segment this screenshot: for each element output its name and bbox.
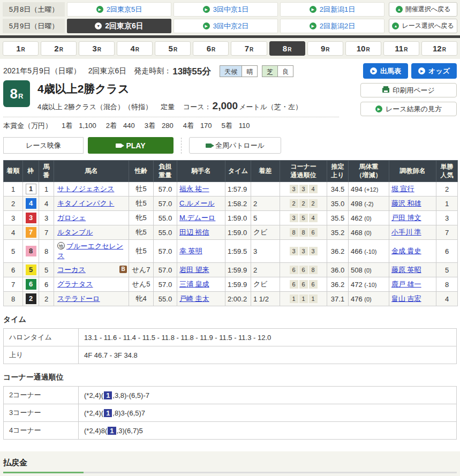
horse-name-link[interactable]: サトノジェネシス: [57, 185, 114, 193]
horse-name-link[interactable]: コーカス: [57, 266, 86, 274]
margin: 5: [251, 211, 280, 225]
race-tab-10r[interactable]: 10R: [345, 41, 381, 56]
payout-section: 払戻金 単勝1280円2番人気複勝1120円2番人気4110円1番人気3130円…: [0, 451, 460, 476]
patrol-label: 全周パトロール: [215, 141, 265, 150]
corner-position-box: 6: [309, 280, 318, 289]
result-row: 477ルタンブル牝555.0田辺 裕信1:59.0クビ88635.2468 (0…: [4, 225, 458, 240]
jockey-link[interactable]: 田辺 裕信: [179, 228, 209, 236]
horse-name-link[interactable]: ステラドーロ: [57, 294, 100, 303]
horse-number: 4: [39, 197, 54, 211]
back-to-race-select-button[interactable]: ▲ レース選択へ戻る: [389, 19, 457, 33]
column-header: 推定上り: [327, 161, 349, 182]
meeting-link[interactable]: ▶2回新潟1日: [280, 2, 384, 17]
odds-button[interactable]: ▶ オッズ: [411, 63, 457, 79]
trainer-link[interactable]: 鹿戸 雄一: [391, 280, 421, 288]
corner-position-box: 4: [309, 185, 318, 193]
finish-position: 5: [4, 240, 23, 263]
trainer-link[interactable]: 戸田 博文: [391, 214, 421, 222]
horse-name-cell: ステラドーロ: [54, 292, 129, 306]
meeting-link-active[interactable]: ▼2回東京6日: [67, 19, 171, 33]
sex-age: 牝4: [129, 292, 154, 306]
course-label: コース：: [183, 103, 212, 111]
results-header-row: 着順枠馬番馬名性齢負担重量騎手名タイム着差コーナー通過順位推定上り馬体重（増減）…: [4, 161, 458, 182]
race-tab-4r[interactable]: 4R: [117, 41, 153, 56]
race-tab-9r[interactable]: 9R: [307, 41, 343, 56]
race-tab-1r[interactable]: 1R: [3, 41, 39, 56]
trainer-link[interactable]: 藤沢 和雄: [391, 199, 421, 207]
horse-name-link[interactable]: ルタンブル: [57, 228, 93, 236]
race-tab-7r[interactable]: 7R: [231, 41, 267, 56]
carried-weight: 55.0: [154, 292, 177, 306]
body-weight: 476 (0): [349, 292, 389, 306]
trainer-link[interactable]: 金成 貴史: [391, 247, 421, 255]
start-time-value: 13時55分: [172, 65, 211, 78]
trainer-link[interactable]: 畠山 吉宏: [391, 294, 421, 303]
jockey-link[interactable]: 戸崎 圭太: [179, 294, 209, 303]
race-tab-6r[interactable]: 6R: [193, 41, 229, 56]
finish-position: 7: [4, 277, 23, 292]
race-tab-3r[interactable]: 3R: [79, 41, 115, 56]
jockey-cell: 岩田 望来: [177, 263, 225, 277]
body-weight-diff: (0): [364, 267, 371, 274]
back-button-label: レース選択へ戻る: [402, 21, 454, 31]
date-row: 5月9日（日曜）▼2回東京6日▶3回中京2日▶2回新潟2日: [3, 19, 384, 33]
race-tab-8r[interactable]: 8R: [269, 41, 305, 56]
finish-position: 6: [4, 263, 23, 277]
jockey-link[interactable]: 幸 英明: [179, 247, 202, 255]
body-weight: 498 (-2): [349, 197, 389, 211]
jockey-link[interactable]: M.デムーロ: [179, 214, 215, 222]
weather-badge: 天候 晴: [220, 65, 258, 77]
jockey-link[interactable]: 岩田 望来: [179, 266, 209, 274]
frame-cell: 1: [23, 182, 39, 197]
column-header: 調教師名: [389, 161, 436, 182]
horse-name-link[interactable]: キタノインパクト: [57, 199, 114, 207]
corner-positions: 111: [280, 292, 327, 306]
result-guide-label: レース結果の見方: [386, 104, 442, 114]
patrol-video-button[interactable]: 全周パトロール: [189, 137, 281, 154]
frame-number-badge: 4: [26, 198, 36, 209]
course-unit: メートル（芝・左）: [239, 103, 302, 111]
video-camera-icon: [206, 143, 212, 148]
race-tab-12r[interactable]: 12R: [421, 41, 457, 56]
meeting-link[interactable]: ▶3回中京2日: [174, 19, 278, 33]
trainer-link[interactable]: 堀 宣行: [391, 185, 414, 193]
meeting-link[interactable]: ▶3回中京1日: [174, 2, 278, 17]
race-tab-11r[interactable]: 11R: [383, 41, 419, 56]
finish-position: 2: [4, 197, 23, 211]
race-tab-2r[interactable]: 2R: [41, 41, 77, 56]
jockey-link[interactable]: 三浦 皇成: [179, 280, 209, 288]
horse-name-link[interactable]: グラナタス: [57, 280, 93, 288]
circle-right-icon: ▶: [310, 6, 316, 13]
body-weight-diff: (-2): [364, 201, 373, 207]
jockey-link[interactable]: 福永 祐一: [179, 185, 209, 193]
meeting-link[interactable]: ▶2回東京5日: [67, 2, 171, 17]
body-weight: 494 (+12): [349, 182, 389, 197]
back-to-meeting-select-button[interactable]: ▲ 開催選択へ戻る: [389, 2, 457, 17]
horse-name-link[interactable]: ブルーエクセレンス: [57, 242, 123, 260]
last-3f-time: 36.2: [327, 277, 349, 292]
win-popularity: 2: [436, 182, 458, 197]
result-guide-button[interactable]: ▶ レース結果の見方: [360, 102, 457, 116]
dashed-divider: [181, 138, 182, 154]
jockey-link[interactable]: C.ルメール: [179, 199, 215, 207]
horse-name-cell: ルタンブル: [54, 225, 129, 240]
margin: 3: [251, 240, 280, 263]
corner-position-box: 2: [309, 199, 318, 208]
corner-row: 4コーナー(*2,4)8(1,3)(6,7)5: [4, 422, 457, 440]
margin: [251, 182, 280, 197]
carried-weight: 57.0: [154, 197, 177, 211]
horse-name-cell: 地ブルーエクセレンス: [54, 240, 129, 263]
race-tab-5r[interactable]: 5R: [155, 41, 191, 56]
date-nav: 5月8日（土曜）▶2回東京5日▶3回中京1日▶2回新潟1日5月9日（日曜）▼2回…: [0, 0, 460, 35]
trainer-link[interactable]: 小手川 準: [391, 228, 421, 236]
entry-table-button[interactable]: ▶ 出馬表: [363, 63, 408, 79]
horse-number: 8: [39, 240, 54, 263]
corner-position-box: 3: [299, 185, 308, 193]
meeting-link[interactable]: ▶2回新潟2日: [280, 19, 384, 33]
sex-age: 牝5: [129, 225, 154, 240]
horse-name-link[interactable]: ガロシェ: [57, 214, 86, 222]
play-button[interactable]: PLAY: [88, 137, 174, 154]
print-page-button[interactable]: 印刷用ページ: [360, 83, 457, 97]
trainer-link[interactable]: 藤原 英昭: [391, 266, 421, 274]
corner-position-box: 8: [290, 228, 298, 237]
